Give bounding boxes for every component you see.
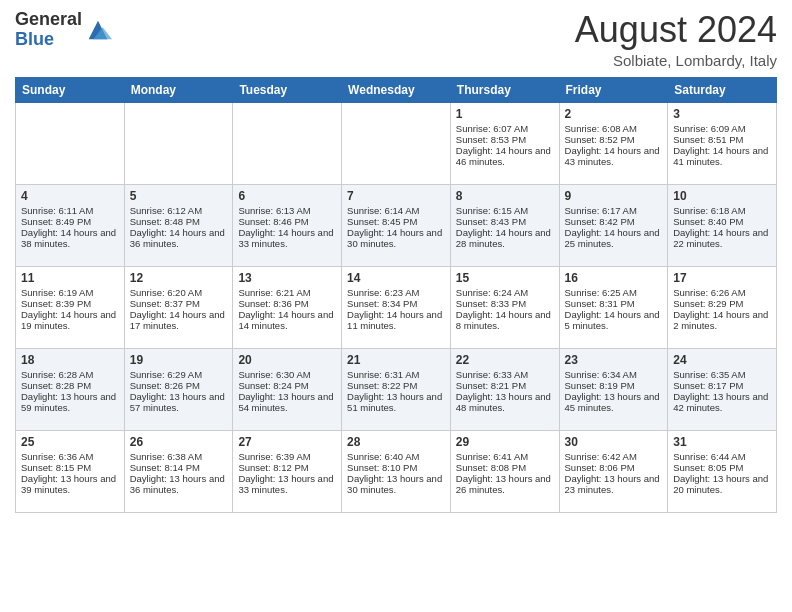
sunset-text: Sunset: 8:21 PM <box>456 380 554 391</box>
calendar-cell-w4-d6: 23Sunrise: 6:34 AMSunset: 8:19 PMDayligh… <box>559 348 668 430</box>
day-number: 11 <box>21 271 119 285</box>
day-number: 7 <box>347 189 445 203</box>
calendar-cell-w3-d2: 12Sunrise: 6:20 AMSunset: 8:37 PMDayligh… <box>124 266 233 348</box>
sunrise-text: Sunrise: 6:21 AM <box>238 287 336 298</box>
day-number: 20 <box>238 353 336 367</box>
month-title: August 2024 <box>575 10 777 50</box>
calendar-cell-w2-d2: 5Sunrise: 6:12 AMSunset: 8:48 PMDaylight… <box>124 184 233 266</box>
sunrise-text: Sunrise: 6:31 AM <box>347 369 445 380</box>
sunrise-text: Sunrise: 6:34 AM <box>565 369 663 380</box>
calendar-cell-w5-d7: 31Sunrise: 6:44 AMSunset: 8:05 PMDayligh… <box>668 430 777 512</box>
daylight-text: Daylight: 14 hours and 33 minutes. <box>238 227 336 249</box>
daylight-text: Daylight: 13 hours and 23 minutes. <box>565 473 663 495</box>
daylight-text: Daylight: 14 hours and 41 minutes. <box>673 145 771 167</box>
sunrise-text: Sunrise: 6:35 AM <box>673 369 771 380</box>
daylight-text: Daylight: 14 hours and 8 minutes. <box>456 309 554 331</box>
daylight-text: Daylight: 14 hours and 11 minutes. <box>347 309 445 331</box>
daylight-text: Daylight: 13 hours and 57 minutes. <box>130 391 228 413</box>
daylight-text: Daylight: 14 hours and 43 minutes. <box>565 145 663 167</box>
daylight-text: Daylight: 14 hours and 5 minutes. <box>565 309 663 331</box>
sunset-text: Sunset: 8:15 PM <box>21 462 119 473</box>
sunset-text: Sunset: 8:22 PM <box>347 380 445 391</box>
day-number: 13 <box>238 271 336 285</box>
col-sunday: Sunday <box>16 77 125 102</box>
logo-blue: Blue <box>15 30 82 50</box>
day-number: 30 <box>565 435 663 449</box>
day-number: 3 <box>673 107 771 121</box>
daylight-text: Daylight: 14 hours and 30 minutes. <box>347 227 445 249</box>
calendar-cell-w5-d1: 25Sunrise: 6:36 AMSunset: 8:15 PMDayligh… <box>16 430 125 512</box>
calendar-cell-w2-d3: 6Sunrise: 6:13 AMSunset: 8:46 PMDaylight… <box>233 184 342 266</box>
calendar-cell-w3-d5: 15Sunrise: 6:24 AMSunset: 8:33 PMDayligh… <box>450 266 559 348</box>
sunset-text: Sunset: 8:40 PM <box>673 216 771 227</box>
daylight-text: Daylight: 13 hours and 51 minutes. <box>347 391 445 413</box>
sunrise-text: Sunrise: 6:08 AM <box>565 123 663 134</box>
day-number: 15 <box>456 271 554 285</box>
calendar-cell-w4-d2: 19Sunrise: 6:29 AMSunset: 8:26 PMDayligh… <box>124 348 233 430</box>
daylight-text: Daylight: 13 hours and 36 minutes. <box>130 473 228 495</box>
calendar-table: Sunday Monday Tuesday Wednesday Thursday… <box>15 77 777 513</box>
calendar-week-5: 25Sunrise: 6:36 AMSunset: 8:15 PMDayligh… <box>16 430 777 512</box>
daylight-text: Daylight: 13 hours and 54 minutes. <box>238 391 336 413</box>
sunset-text: Sunset: 8:33 PM <box>456 298 554 309</box>
calendar-cell-w3-d1: 11Sunrise: 6:19 AMSunset: 8:39 PMDayligh… <box>16 266 125 348</box>
sunrise-text: Sunrise: 6:40 AM <box>347 451 445 462</box>
sunrise-text: Sunrise: 6:19 AM <box>21 287 119 298</box>
daylight-text: Daylight: 14 hours and 17 minutes. <box>130 309 228 331</box>
calendar-week-1: 1Sunrise: 6:07 AMSunset: 8:53 PMDaylight… <box>16 102 777 184</box>
sunset-text: Sunset: 8:34 PM <box>347 298 445 309</box>
col-thursday: Thursday <box>450 77 559 102</box>
col-tuesday: Tuesday <box>233 77 342 102</box>
sunrise-text: Sunrise: 6:09 AM <box>673 123 771 134</box>
sunset-text: Sunset: 8:45 PM <box>347 216 445 227</box>
col-saturday: Saturday <box>668 77 777 102</box>
sunset-text: Sunset: 8:51 PM <box>673 134 771 145</box>
sunset-text: Sunset: 8:36 PM <box>238 298 336 309</box>
day-number: 17 <box>673 271 771 285</box>
calendar-cell-w4-d4: 21Sunrise: 6:31 AMSunset: 8:22 PMDayligh… <box>342 348 451 430</box>
logo-general: General <box>15 10 82 30</box>
sunset-text: Sunset: 8:06 PM <box>565 462 663 473</box>
daylight-text: Daylight: 13 hours and 42 minutes. <box>673 391 771 413</box>
sunrise-text: Sunrise: 6:39 AM <box>238 451 336 462</box>
calendar-cell-w4-d3: 20Sunrise: 6:30 AMSunset: 8:24 PMDayligh… <box>233 348 342 430</box>
daylight-text: Daylight: 13 hours and 59 minutes. <box>21 391 119 413</box>
calendar-cell-w5-d4: 28Sunrise: 6:40 AMSunset: 8:10 PMDayligh… <box>342 430 451 512</box>
sunset-text: Sunset: 8:24 PM <box>238 380 336 391</box>
sunset-text: Sunset: 8:29 PM <box>673 298 771 309</box>
day-number: 23 <box>565 353 663 367</box>
daylight-text: Daylight: 13 hours and 33 minutes. <box>238 473 336 495</box>
daylight-text: Daylight: 14 hours and 28 minutes. <box>456 227 554 249</box>
calendar-week-4: 18Sunrise: 6:28 AMSunset: 8:28 PMDayligh… <box>16 348 777 430</box>
daylight-text: Daylight: 14 hours and 38 minutes. <box>21 227 119 249</box>
calendar-cell-w4-d5: 22Sunrise: 6:33 AMSunset: 8:21 PMDayligh… <box>450 348 559 430</box>
day-number: 2 <box>565 107 663 121</box>
sunrise-text: Sunrise: 6:42 AM <box>565 451 663 462</box>
sunset-text: Sunset: 8:42 PM <box>565 216 663 227</box>
sunrise-text: Sunrise: 6:38 AM <box>130 451 228 462</box>
sunrise-text: Sunrise: 6:24 AM <box>456 287 554 298</box>
day-number: 12 <box>130 271 228 285</box>
sunset-text: Sunset: 8:48 PM <box>130 216 228 227</box>
sunrise-text: Sunrise: 6:14 AM <box>347 205 445 216</box>
calendar-week-2: 4Sunrise: 6:11 AMSunset: 8:49 PMDaylight… <box>16 184 777 266</box>
calendar-cell-w3-d6: 16Sunrise: 6:25 AMSunset: 8:31 PMDayligh… <box>559 266 668 348</box>
sunrise-text: Sunrise: 6:17 AM <box>565 205 663 216</box>
calendar-cell-w4-d7: 24Sunrise: 6:35 AMSunset: 8:17 PMDayligh… <box>668 348 777 430</box>
location: Solbiate, Lombardy, Italy <box>575 52 777 69</box>
day-number: 9 <box>565 189 663 203</box>
daylight-text: Daylight: 14 hours and 22 minutes. <box>673 227 771 249</box>
day-number: 25 <box>21 435 119 449</box>
day-number: 4 <box>21 189 119 203</box>
sunrise-text: Sunrise: 6:30 AM <box>238 369 336 380</box>
sunrise-text: Sunrise: 6:28 AM <box>21 369 119 380</box>
calendar-cell-w5-d3: 27Sunrise: 6:39 AMSunset: 8:12 PMDayligh… <box>233 430 342 512</box>
col-monday: Monday <box>124 77 233 102</box>
col-wednesday: Wednesday <box>342 77 451 102</box>
sunset-text: Sunset: 8:31 PM <box>565 298 663 309</box>
sunrise-text: Sunrise: 6:11 AM <box>21 205 119 216</box>
sunrise-text: Sunrise: 6:18 AM <box>673 205 771 216</box>
sunset-text: Sunset: 8:19 PM <box>565 380 663 391</box>
day-number: 29 <box>456 435 554 449</box>
logo: General Blue <box>15 10 112 50</box>
